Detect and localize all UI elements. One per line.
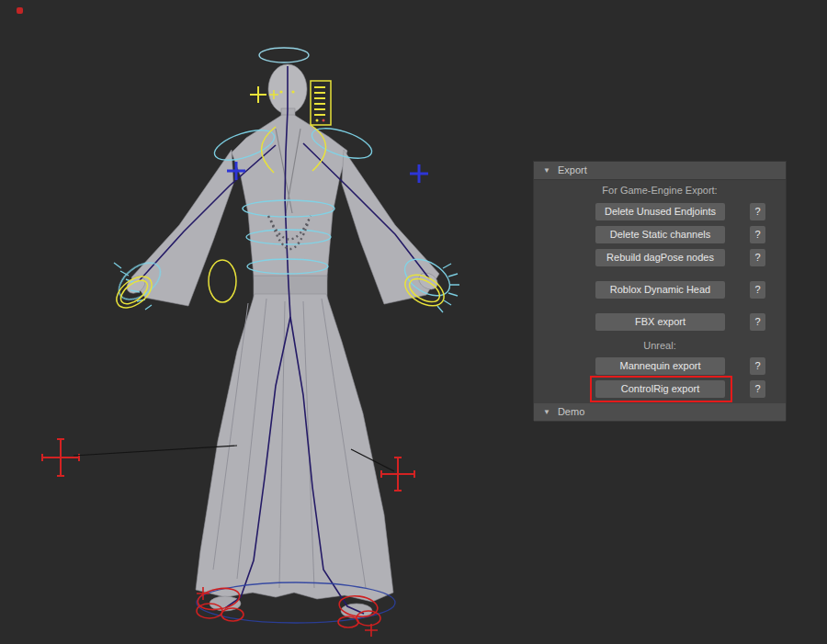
help-delete-unused-endjoints-button[interactable]: ? — [750, 203, 765, 220]
fbx-export-button[interactable]: FBX export — [595, 313, 725, 331]
help-rebuild-dagpose-nodes-button[interactable]: ? — [750, 249, 765, 266]
rebuild-dagpose-nodes-button[interactable]: Rebuild dagPose nodes — [595, 249, 725, 266]
export-header-label: Export — [558, 164, 587, 175]
head-halo-control[interactable] — [259, 48, 309, 62]
help-fbx-export-button[interactable]: ? — [750, 313, 765, 331]
controlrig-export-button[interactable]: ControlRig export — [595, 380, 725, 398]
delete-static-channels-button[interactable]: Delete Static channels — [595, 226, 725, 243]
help-delete-static-channels-button[interactable]: ? — [750, 226, 765, 243]
demo-frame-header[interactable]: ▼Demo — [534, 403, 786, 422]
character-mesh[interactable] — [123, 64, 440, 618]
export-frame-header[interactable]: ▼Export — [534, 162, 786, 180]
delete-unused-endjoints-button[interactable]: Delete Unused Endjoints — [595, 203, 725, 220]
game-engine-section-label: For Game-Engine Export: — [534, 184, 786, 197]
help-mannequin-export-button[interactable]: ? — [750, 357, 765, 375]
mannequin-export-button[interactable]: Mannequin export — [595, 357, 725, 375]
chevron-down-icon: ▼ — [543, 403, 550, 421]
chevron-down-icon: ▼ — [543, 162, 550, 179]
roblox-dynamic-head-button[interactable]: Roblox Dynamic Head — [595, 281, 725, 299]
help-roblox-dynamic-head-button[interactable]: ? — [750, 281, 765, 299]
face-plus-control — [250, 86, 266, 103]
export-tool-panel: ▼Export For Game-Engine Export: Delete U… — [533, 161, 787, 421]
help-controlrig-export-button[interactable]: ? — [750, 380, 765, 398]
unreal-section-label: Unreal: — [534, 339, 786, 352]
demo-header-label: Demo — [558, 406, 584, 417]
